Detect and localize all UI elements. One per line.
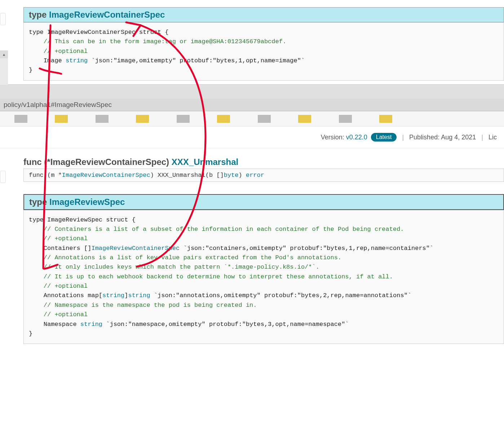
type-keyword: type: [29, 10, 49, 19]
code-block-reviewspec: type ImageReviewSpec struct { // Contain…: [23, 210, 504, 344]
version-link[interactable]: v0.22.0: [346, 134, 367, 141]
type-header-containerspec: type ImageReviewContainerSpec: [23, 7, 504, 22]
sig-type-link[interactable]: ImageReviewContainerSpec: [62, 172, 150, 179]
func-signature-block: func (m *ImageReviewContainerSpec) XXX_U…: [23, 169, 504, 182]
sidebar-widget-top[interactable]: [0, 13, 6, 25]
type-link-containerspec[interactable]: ImageReviewContainerSpec: [49, 10, 165, 19]
code-block-containerspec: type ImageReviewContainerSpec struct { /…: [23, 22, 504, 81]
license-label: Lic: [488, 134, 497, 141]
latest-badge[interactable]: Latest: [371, 133, 397, 142]
func-prefix: func (*ImageReviewContainerSpec): [23, 157, 172, 167]
code-type-link[interactable]: ImageReviewContainerSpec: [91, 245, 180, 252]
published-label: Published:: [409, 134, 441, 141]
sidebar-widget-mid[interactable]: [0, 171, 6, 183]
type-link-reviewspec[interactable]: ImageReviewSpec: [49, 197, 125, 207]
scrollbar-top-pane[interactable]: ▴: [0, 50, 8, 85]
bookmarks-row: [0, 111, 504, 126]
scroll-up-arrow-icon[interactable]: ▴: [0, 50, 8, 58]
func-heading-unmarshal: func (*ImageReviewContainerSpec) XXX_Unm…: [23, 157, 504, 169]
address-bar-fragment[interactable]: policy/v1alpha1#ImageReviewSpec: [0, 99, 504, 111]
divider: |: [402, 134, 404, 141]
package-metadata-bar: Version: v0.22.0 Latest | Published: Aug…: [0, 126, 504, 148]
type-keyword: type: [29, 197, 49, 207]
type-header-reviewspec: type ImageReviewSpec: [23, 194, 504, 210]
func-link-unmarshal[interactable]: XXX_Unmarshal: [172, 157, 238, 167]
published-value: Aug 4, 2021: [441, 134, 476, 141]
version-label: Version:: [321, 134, 346, 141]
url-text: policy/v1alpha1#ImageReviewSpec: [4, 101, 112, 108]
browser-chrome-gap: [0, 84, 504, 99]
divider: |: [481, 134, 483, 141]
